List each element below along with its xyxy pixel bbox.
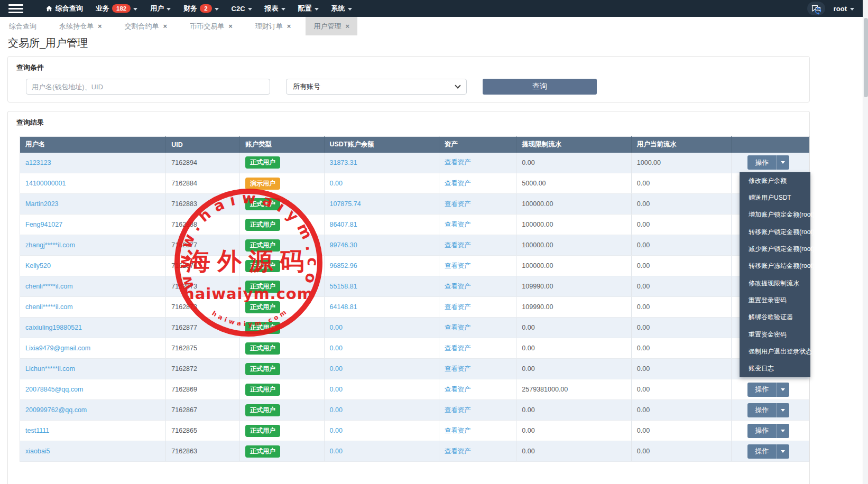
view-assets-link[interactable]: 查看资产 — [445, 386, 471, 393]
usdt-balance-link[interactable]: 31873.31 — [330, 159, 357, 166]
view-assets-link[interactable]: 查看资产 — [445, 406, 471, 414]
usdt-balance-link[interactable]: 0.00 — [330, 180, 343, 187]
tab-close-icon[interactable]: × — [163, 23, 168, 30]
view-assets-link[interactable]: 查看资产 — [445, 221, 471, 228]
action-menu-item-0[interactable]: 修改账户余额 — [740, 172, 810, 189]
view-assets-link[interactable]: 查看资产 — [445, 324, 471, 331]
action-button[interactable]: 操作 — [747, 444, 776, 459]
tab-0[interactable]: 综合查询 — [1, 17, 44, 35]
action-menu-item-11[interactable]: 账变日志 — [740, 360, 810, 377]
nav-item-4[interactable]: C2C — [225, 0, 258, 17]
username-link[interactable]: caixiuling19880521 — [25, 324, 82, 331]
action-split-button[interactable]: 操作 — [747, 155, 789, 170]
view-assets-link[interactable]: 查看资产 — [445, 427, 471, 434]
usdt-balance-link[interactable]: 0.00 — [330, 448, 343, 455]
action-button[interactable]: 操作 — [747, 403, 776, 417]
username-link[interactable]: zhangj*****il.com — [25, 241, 75, 249]
action-menu-item-8[interactable]: 解绑谷歌验证器 — [740, 309, 810, 326]
usdt-balance-link[interactable]: 86407.81 — [330, 221, 357, 228]
action-caret-button[interactable] — [776, 444, 789, 459]
usdt-balance-link[interactable]: 99746.30 — [330, 241, 357, 249]
search-input[interactable] — [26, 79, 270, 95]
action-caret-button[interactable] — [776, 403, 789, 417]
username-link[interactable]: chenli*****il.com — [25, 303, 73, 311]
action-menu-item-2[interactable]: 增加账户锁定金额(root) — [740, 207, 810, 224]
view-assets-link[interactable]: 查看资产 — [445, 365, 471, 373]
view-assets-link[interactable]: 查看资产 — [445, 159, 471, 166]
view-assets-link[interactable]: 查看资产 — [445, 303, 471, 311]
usdt-balance-link[interactable]: 0.00 — [330, 345, 343, 352]
action-button[interactable]: 操作 — [747, 383, 776, 397]
user-menu[interactable]: root — [834, 5, 854, 13]
view-assets-link[interactable]: 查看资产 — [445, 200, 471, 208]
view-assets-link[interactable]: 查看资产 — [445, 262, 471, 269]
usdt-balance-link[interactable]: 96852.96 — [330, 262, 357, 269]
nav-item-3[interactable]: 财务2 — [177, 0, 225, 17]
username-link[interactable]: Lichun*****il.com — [25, 365, 75, 373]
action-menu-item-1[interactable]: 赠送用户USDT — [740, 189, 810, 206]
action-button[interactable]: 操作 — [747, 424, 776, 438]
action-menu-item-4[interactable]: 减少账户锁定金额(root) — [740, 240, 810, 257]
usdt-balance-link[interactable]: 0.00 — [330, 427, 343, 434]
nav-item-0[interactable]: 综合查询 — [39, 0, 89, 17]
usdt-balance-link[interactable]: 0.00 — [330, 365, 343, 373]
action-menu-item-10[interactable]: 强制用户退出登录状态 — [740, 343, 810, 360]
chevron-down-icon — [281, 8, 285, 11]
username-link[interactable]: 20078845@qq.com — [25, 386, 83, 393]
usdt-balance-link[interactable]: 0.00 — [330, 386, 343, 393]
tab-close-icon[interactable]: × — [345, 23, 349, 30]
username-link[interactable]: chenli*****il.com — [25, 283, 73, 290]
action-split-button[interactable]: 操作 — [747, 383, 789, 397]
username-link[interactable]: xiaobai5 — [25, 448, 50, 455]
action-menu-item-9[interactable]: 重置资金密码 — [740, 326, 810, 343]
usdt-balance-link[interactable]: 0.00 — [330, 324, 343, 331]
username-link[interactable]: Lixia9479@gmail.com — [25, 345, 90, 352]
nav-item-6[interactable]: 配置 — [292, 0, 325, 17]
action-menu-item-6[interactable]: 修改提现限制流水 — [740, 275, 810, 292]
tab-5[interactable]: 用户管理× — [306, 17, 357, 35]
nav-item-2[interactable]: 用户 — [144, 0, 177, 17]
username-link[interactable]: 200999762@qq.com — [25, 406, 87, 414]
action-menu-item-7[interactable]: 重置登录密码 — [740, 292, 810, 309]
usdt-balance-link[interactable]: 0.00 — [330, 406, 343, 414]
account-type-select[interactable]: 所有账号 — [286, 79, 467, 95]
refresh-icon[interactable] — [814, 6, 823, 15]
tab-close-icon[interactable]: × — [228, 23, 233, 30]
username-link[interactable]: test1111 — [25, 427, 49, 434]
action-menu-item-3[interactable]: 转移账户锁定金额(root) — [740, 224, 810, 240]
username-link[interactable]: Kelly520 — [25, 262, 51, 269]
action-menu-item-5[interactable]: 转移账户冻结金额(root) — [740, 258, 810, 275]
nav-item-1[interactable]: 业务182 — [89, 0, 144, 17]
scrollbar-thumb[interactable] — [864, 18, 868, 97]
nav-item-5[interactable]: 报表 — [258, 0, 292, 17]
tab-close-icon[interactable]: × — [98, 23, 102, 30]
action-caret-button[interactable] — [776, 155, 789, 170]
action-split-button[interactable]: 操作 — [747, 444, 789, 459]
usdt-balance-link[interactable]: 64148.81 — [330, 303, 357, 311]
tab-3[interactable]: 币币交易单× — [182, 17, 241, 35]
username-link[interactable]: Martin2023 — [25, 200, 59, 208]
action-button[interactable]: 操作 — [747, 155, 776, 170]
view-assets-link[interactable]: 查看资产 — [445, 241, 471, 249]
nav-item-7[interactable]: 系统 — [325, 0, 358, 17]
tab-2[interactable]: 交割合约单× — [117, 17, 176, 35]
usdt-balance-link[interactable]: 107875.74 — [330, 200, 361, 208]
usdt-balance-link[interactable]: 55158.81 — [330, 283, 357, 290]
action-split-button[interactable]: 操作 — [747, 424, 789, 438]
action-caret-button[interactable] — [776, 424, 789, 438]
username-link[interactable]: Feng941027 — [25, 221, 62, 228]
view-assets-link[interactable]: 查看资产 — [445, 345, 471, 352]
action-caret-button[interactable] — [776, 383, 789, 397]
action-split-button[interactable]: 操作 — [747, 403, 789, 417]
query-button[interactable]: 查询 — [483, 79, 597, 95]
tab-4[interactable]: 理财订单× — [247, 17, 299, 35]
username-link[interactable]: 14100000001 — [25, 180, 66, 187]
tab-1[interactable]: 永续持仓单× — [51, 17, 110, 35]
view-assets-link[interactable]: 查看资产 — [445, 448, 471, 455]
cell-uid: 7162894 — [166, 153, 240, 173]
sidebar-toggle-icon[interactable] — [0, 4, 32, 13]
view-assets-link[interactable]: 查看资产 — [445, 283, 471, 290]
view-assets-link[interactable]: 查看资产 — [445, 180, 471, 187]
username-link[interactable]: a123123 — [25, 159, 51, 166]
tab-close-icon[interactable]: × — [287, 23, 291, 30]
